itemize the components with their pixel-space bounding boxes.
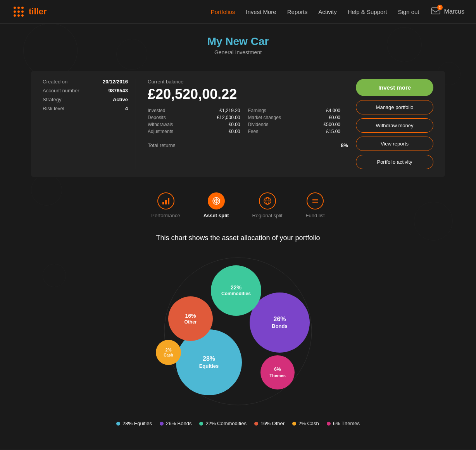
fin-fees: Fees £15.00 (248, 129, 341, 134)
notification-badge: 2 (437, 5, 443, 10)
financials-grid: Invested £1,219.20 Deposits £12,000.00 W… (148, 108, 348, 136)
tabs: Performance Asset split (31, 185, 445, 226)
bubble-commodities: 22% Commodities (211, 265, 261, 316)
svg-point-8 (21, 14, 24, 17)
page-title: My New Car (31, 35, 445, 48)
svg-point-5 (21, 10, 24, 13)
legend-commodities: 22% Commodities (199, 421, 247, 426)
portfolio-actions: Invest more Manage portfolio Withdraw mo… (356, 79, 433, 169)
svg-point-7 (17, 14, 20, 17)
legend-bonds: 26% Bonds (160, 421, 192, 426)
portfolio-activity-button[interactable]: Portfolio activity (356, 155, 433, 169)
fin-adjustments: Adjustments £0.00 (148, 129, 240, 134)
meta-created: Created on 20/12/2016 (43, 79, 128, 85)
logo-icon (12, 5, 26, 19)
legend-cash: 2% Cash (292, 421, 319, 426)
svg-point-3 (14, 10, 16, 13)
balance-label: Current balance (148, 79, 348, 85)
invest-more-button[interactable]: Invest more (356, 79, 433, 96)
bubble-other: 16% Other (168, 296, 213, 341)
svg-rect-12 (168, 198, 169, 204)
bubble-cash: 2% Cash (156, 340, 181, 365)
logo-text: tiller (29, 7, 47, 17)
legend-equities: 28% Equities (116, 421, 152, 426)
logo: tiller (12, 5, 47, 19)
fin-deposits: Deposits £12,000.00 (148, 115, 240, 120)
svg-point-2 (21, 7, 24, 9)
legend-themes: 6% Themes (327, 421, 360, 426)
fin-market-changes: Market changes £0.00 (248, 115, 341, 120)
tab-regional-split[interactable]: Regional split (252, 192, 282, 218)
legend-dot-commodities (199, 422, 203, 426)
legend-dot-bonds (160, 422, 164, 426)
withdraw-money-button[interactable]: Withdraw money (356, 118, 433, 133)
performance-icon (157, 192, 174, 209)
meta-risk: Risk level 4 (43, 106, 128, 111)
page-subtitle: General Investment (31, 49, 445, 55)
meta-account: Account number 9876543 (43, 88, 128, 93)
legend-dot-equities (116, 422, 120, 426)
chart-title: This chart shows the asset allocation of… (31, 234, 445, 242)
main-nav: Portfolios Invest More Reports Activity … (211, 6, 464, 17)
tab-asset-split[interactable]: Asset split (204, 192, 229, 218)
legend-dot-themes (327, 422, 331, 426)
bubble-themes: 6% Themes (260, 355, 295, 389)
page-title-section: My New Car General Investment (31, 24, 445, 63)
asset-split-icon (208, 192, 225, 209)
fund-list-icon (307, 192, 324, 209)
header: tiller Portfolios Invest More Reports Ac… (0, 0, 476, 24)
balance-value: £20,520,00.22 (148, 86, 348, 102)
user-name: Marcus (444, 8, 464, 15)
svg-point-0 (14, 7, 16, 9)
regional-split-icon (259, 192, 276, 209)
view-reports-button[interactable]: View reports (356, 137, 433, 151)
fin-earnings: Earnings £4,000 (248, 108, 341, 113)
nav-signout[interactable]: Sign out (398, 9, 419, 15)
fin-dividends: Dividends £500.00 (248, 122, 341, 127)
fin-section-right: Earnings £4,000 Market changes £0.00 Div… (248, 108, 348, 136)
svg-rect-11 (165, 200, 167, 204)
fin-invested: Invested £1,219.20 (148, 108, 240, 113)
legend-dot-cash (292, 422, 296, 426)
bubble-chart: 28% Equities 26% Bonds 22% Commodities 1… (145, 254, 331, 409)
fin-withdrawals: Withdrawals £0.00 (148, 122, 240, 127)
message-icon: 2 (430, 6, 441, 17)
total-returns: Total returns 8% (148, 139, 348, 148)
tab-performance[interactable]: Performance (151, 192, 180, 218)
manage-portfolio-button[interactable]: Manage portfolio (356, 100, 433, 114)
portfolio-financials: Current balance £20,520,00.22 Invested £… (136, 79, 348, 169)
nav-user[interactable]: 2 Marcus (430, 6, 464, 17)
svg-point-1 (17, 7, 20, 9)
nav-invest-more[interactable]: Invest More (246, 9, 276, 15)
main-content: My New Car General Investment Created on… (0, 24, 476, 426)
portfolio-details-card: Created on 20/12/2016 Account number 987… (31, 71, 445, 177)
nav-help[interactable]: Help & Support (348, 9, 387, 15)
chart-legend: 28% Equities 26% Bonds 22% Commodities 1… (31, 421, 445, 426)
portfolio-meta: Created on 20/12/2016 Account number 987… (43, 79, 128, 169)
meta-strategy: Strategy Active (43, 97, 128, 102)
fin-section-left: Invested £1,219.20 Deposits £12,000.00 W… (148, 108, 248, 136)
nav-activity[interactable]: Activity (318, 9, 337, 15)
svg-point-4 (17, 10, 20, 13)
svg-rect-10 (162, 202, 164, 204)
svg-point-6 (14, 14, 16, 17)
tab-fund-list[interactable]: Fund list (306, 192, 325, 218)
nav-reports[interactable]: Reports (287, 9, 308, 15)
legend-dot-other (254, 422, 258, 426)
nav-portfolios[interactable]: Portfolios (211, 9, 235, 15)
chart-section: This chart shows the asset allocation of… (31, 234, 445, 426)
legend-other: 16% Other (254, 421, 285, 426)
